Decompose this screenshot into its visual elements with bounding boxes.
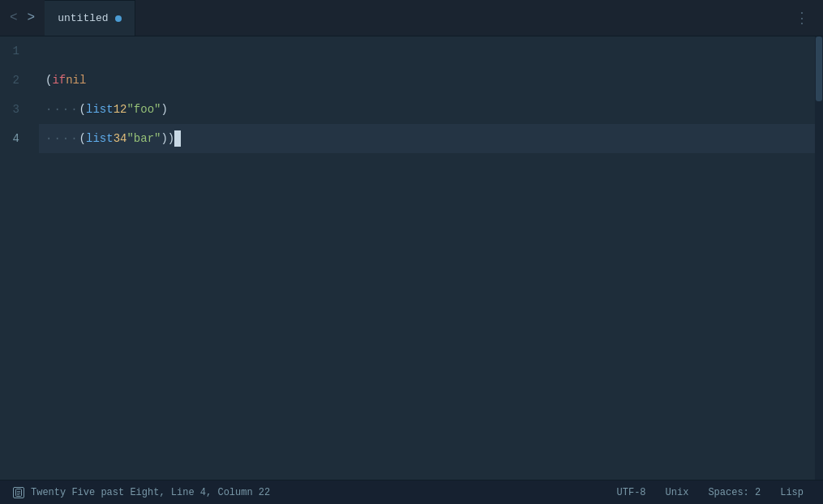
token-paren: ( bbox=[79, 103, 86, 116]
scrollbar-track[interactable] bbox=[815, 36, 823, 480]
token-string: "foo" bbox=[126, 103, 161, 116]
token-string: "bar" bbox=[126, 132, 161, 145]
forward-arrow[interactable]: > bbox=[24, 9, 39, 27]
line-number-2: 2 bbox=[0, 66, 29, 95]
scrollbar-thumb[interactable] bbox=[816, 36, 822, 101]
back-arrow[interactable]: < bbox=[6, 9, 21, 27]
tab-bar: < > untitled ⋮ bbox=[0, 0, 823, 36]
text-cursor bbox=[174, 130, 181, 147]
file-icon bbox=[13, 487, 24, 498]
status-bar: Twenty Five past Eight, Line 4, Column 2… bbox=[0, 480, 823, 504]
token-keyword-if: if bbox=[52, 74, 66, 87]
token-keyword-list: list bbox=[86, 132, 114, 145]
status-indentation[interactable]: Spaces: 2 bbox=[698, 487, 770, 498]
tab-title: untitled bbox=[58, 12, 108, 24]
indent-dots: ···· bbox=[45, 132, 79, 145]
line-number-1: 1 bbox=[0, 36, 29, 66]
code-area[interactable]: (if nil····(list 1 2 "foo")····(list 3 4… bbox=[39, 36, 815, 480]
token-number: 2 bbox=[120, 103, 126, 116]
status-line-ending[interactable]: Unix bbox=[656, 487, 699, 498]
token-paren: ( bbox=[45, 74, 52, 87]
tab-untitled[interactable]: untitled bbox=[45, 0, 135, 36]
line-numbers: 1234 bbox=[0, 36, 39, 480]
code-line-2: (if nil bbox=[39, 66, 815, 95]
editor-area: 1234 (if nil····(list 1 2 "foo")····(lis… bbox=[0, 36, 823, 480]
code-line-4: ····(list 3 4 "bar")) bbox=[39, 124, 815, 153]
token-number: 1 bbox=[114, 103, 120, 116]
token-paren: ( bbox=[79, 132, 86, 145]
token-paren: ) bbox=[161, 103, 167, 116]
status-position: Twenty Five past Eight, Line 4, Column 2… bbox=[10, 481, 280, 504]
status-right: UTF-8 Unix Spaces: 2 Lisp bbox=[614, 487, 813, 498]
position-text: Twenty Five past Eight, Line 4, Column 2… bbox=[31, 487, 270, 498]
svg-rect-0 bbox=[16, 489, 22, 496]
token-keyword-list: list bbox=[86, 103, 114, 116]
nav-arrows: < > bbox=[0, 9, 45, 27]
token-keyword-nil: nil bbox=[66, 74, 86, 87]
line-number-3: 3 bbox=[0, 95, 29, 124]
token-number: 4 bbox=[120, 132, 126, 145]
line-number-4: 4 bbox=[0, 124, 29, 153]
token-paren: )) bbox=[161, 132, 174, 145]
status-language[interactable]: Lisp bbox=[770, 487, 813, 498]
tab-modified-dot bbox=[115, 15, 122, 22]
more-options-button[interactable]: ⋮ bbox=[788, 6, 817, 30]
code-line-1 bbox=[39, 36, 815, 66]
indent-dots: ···· bbox=[45, 103, 79, 116]
status-encoding[interactable]: UTF-8 bbox=[614, 487, 656, 498]
token-number: 3 bbox=[114, 132, 120, 145]
code-line-3: ····(list 1 2 "foo") bbox=[39, 95, 815, 124]
